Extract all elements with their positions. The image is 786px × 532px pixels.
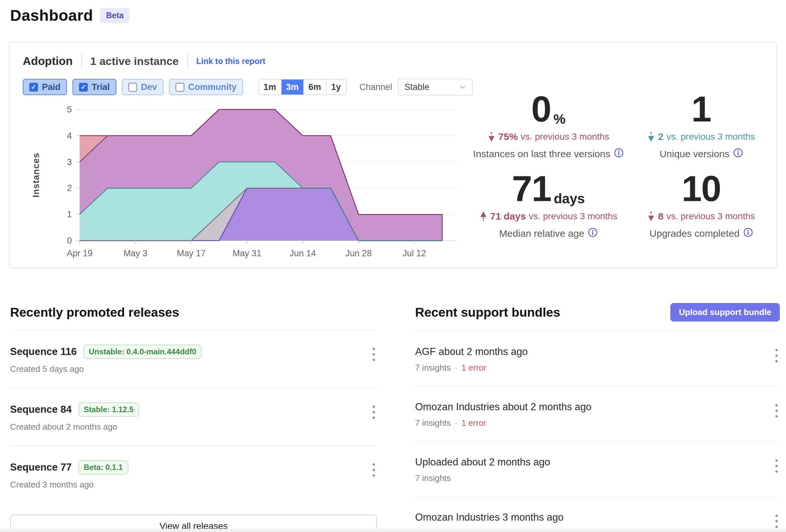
kebab-menu-icon[interactable] (775, 458, 779, 475)
delta-value: 2 (658, 131, 664, 142)
adoption-card-header: Adoption 1 active instance Link to this … (23, 54, 265, 68)
filter-chip-paid[interactable]: Paid (23, 79, 67, 95)
checkbox-community[interactable] (176, 83, 184, 92)
release-row[interactable]: Sequence 84 Stable: 1.12.5 Created about… (10, 388, 377, 446)
adoption-title: Adoption (23, 54, 73, 68)
adoption-stats: 0 % 75% vs. previous 3 months Instances … (472, 91, 778, 250)
checkbox-dev[interactable] (129, 83, 137, 92)
svg-text:May 17: May 17 (177, 248, 206, 258)
stat-value: 0 (531, 91, 551, 127)
adoption-controls: Paid Trial Dev Community 1m 3m 6m 1y Cha… (23, 79, 472, 96)
next-section-edge (0, 529, 786, 532)
stat-label-text: Unique versions (660, 148, 730, 160)
upload-support-bundle-button[interactable]: Upload support bundle (670, 303, 780, 321)
stat-label: Median relative age (499, 228, 598, 239)
release-created: Created 5 days ago (10, 364, 377, 374)
bundle-row[interactable]: AGF about 2 months ago 7 insights · 1 er… (415, 332, 780, 387)
channel-value: Stable (404, 82, 430, 92)
info-icon[interactable] (588, 228, 598, 239)
filter-chip-dev[interactable]: Dev (122, 79, 164, 95)
svg-text:May 3: May 3 (123, 248, 147, 258)
stat-value: 10 (681, 170, 721, 207)
bundle-row[interactable]: Omozan Industries 3 months ago 7 insight… (415, 497, 780, 532)
bundle-title: Omozan Industries 3 months ago (415, 511, 780, 523)
delta-value: 8 (658, 211, 664, 222)
bundle-insights: 7 insights (415, 418, 451, 428)
stat-number: 1 (691, 91, 711, 127)
trend-down-icon (647, 131, 655, 142)
svg-text:2: 2 (67, 183, 72, 193)
stat-number: 71 days (512, 170, 585, 207)
range-button-1m[interactable]: 1m (259, 79, 281, 95)
stat-value: 71 (512, 170, 551, 207)
range-button-1y[interactable]: 1y (326, 79, 346, 95)
checkbox-trial[interactable] (79, 83, 88, 92)
delta-suffix: vs. previous 3 months (666, 131, 755, 142)
release-row[interactable]: Sequence 116 Unstable: 0.4.0-main.444ddf… (10, 330, 377, 388)
kebab-menu-icon[interactable] (372, 404, 376, 421)
release-created: Created 3 months ago (10, 480, 377, 490)
kebab-menu-icon[interactable] (372, 346, 376, 363)
bundle-row[interactable]: Omozan Industries about 2 months ago 7 i… (415, 387, 780, 442)
release-title-row: Sequence 84 Stable: 1.12.5 (10, 403, 377, 417)
releases-heading: Recently promoted releases (10, 305, 377, 320)
bundle-title: AGF about 2 months ago (415, 346, 780, 358)
svg-text:May 31: May 31 (233, 248, 262, 258)
bundle-row[interactable]: Uploaded about 2 months ago 7 insights · (415, 442, 780, 497)
release-badge: Unstable: 0.4.0-main.444ddf0 (83, 345, 202, 359)
stat-delta: 2 vs. previous 3 months (647, 131, 755, 142)
filter-chip-trial[interactable]: Trial (72, 79, 116, 95)
kebab-menu-icon[interactable] (372, 462, 376, 479)
delta-suffix: vs. previous 3 months (529, 211, 617, 221)
svg-text:3: 3 (67, 157, 72, 167)
svg-text:4: 4 (67, 131, 72, 141)
chevron-down-icon (459, 84, 466, 90)
svg-text:5: 5 (67, 104, 72, 114)
trend-down-icon (647, 211, 655, 222)
delta-value: 71 days (490, 211, 526, 222)
bundle-meta: 7 insights · 1 error (415, 418, 780, 428)
kebab-menu-icon[interactable] (775, 513, 779, 530)
releases-heading-row: Recently promoted releases (10, 305, 377, 330)
meta-separator: · (455, 418, 458, 428)
bundle-meta: 7 insights · (415, 473, 780, 483)
channel-select[interactable]: Stable (398, 79, 472, 96)
page-header: Dashboard Beta (10, 6, 130, 24)
channel-label: Channel (360, 82, 392, 92)
stat-label-text: Median relative age (499, 228, 584, 239)
release-row[interactable]: Sequence 77 Beta: 0.1.1 Created 3 months… (10, 446, 377, 503)
checkbox-paid[interactable] (29, 83, 38, 92)
svg-text:1: 1 (67, 210, 72, 219)
page-title: Dashboard (10, 6, 93, 24)
delta-suffix: vs. previous 3 months (666, 211, 755, 221)
header-divider (187, 54, 188, 68)
filter-label: Community (188, 82, 237, 92)
filter-label: Paid (42, 82, 61, 92)
stat-label-text: Upgrades completed (649, 228, 740, 239)
range-button-3m[interactable]: 3m (281, 79, 304, 95)
svg-text:Jun 28: Jun 28 (345, 248, 372, 258)
stat-label: Upgrades completed (649, 228, 753, 239)
release-badge: Stable: 1.12.5 (78, 403, 139, 417)
info-icon[interactable] (614, 148, 623, 160)
bundle-title: Uploaded about 2 months ago (415, 456, 780, 468)
stat-delta: 75% vs. previous 3 months (488, 131, 609, 142)
stat-delta: 71 days vs. previous 3 months (480, 211, 617, 222)
release-title-row: Sequence 116 Unstable: 0.4.0-main.444ddf… (10, 345, 377, 359)
release-created: Created about 2 months ago (10, 422, 377, 432)
stat-label-text: Instances on last three versions (473, 148, 610, 160)
delta-suffix: vs. previous 3 months (521, 131, 609, 142)
time-range-group: 1m 3m 6m 1y (258, 79, 347, 95)
bundle-meta: 7 insights · 1 error (415, 363, 780, 373)
stat-median-relative-age: 71 days 71 days vs. previous 3 months Me… (472, 170, 625, 250)
link-to-report[interactable]: Link to this report (196, 56, 265, 66)
kebab-menu-icon[interactable] (775, 348, 779, 365)
stat-label: Unique versions (660, 148, 743, 160)
stat-upgrades-completed: 10 8 vs. previous 3 months Upgrades comp… (625, 170, 778, 250)
header-divider (81, 54, 82, 68)
kebab-menu-icon[interactable] (775, 403, 779, 420)
info-icon[interactable] (733, 148, 743, 160)
info-icon[interactable] (743, 228, 753, 239)
range-button-6m[interactable]: 6m (304, 79, 326, 95)
filter-chip-community[interactable]: Community (169, 79, 243, 95)
